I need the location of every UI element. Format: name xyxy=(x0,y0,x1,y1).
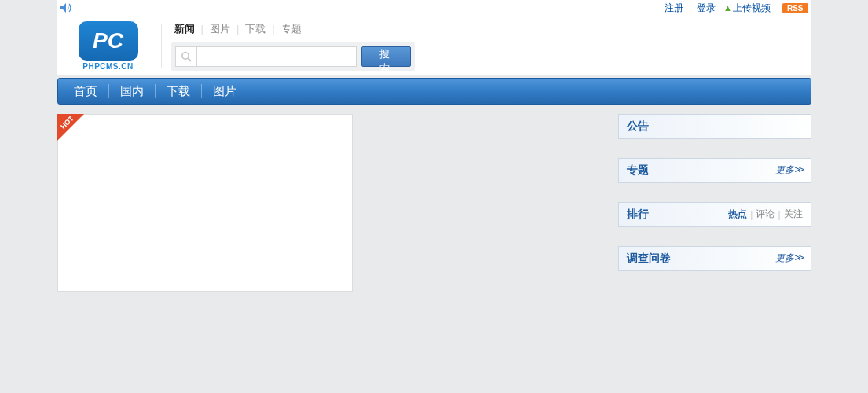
main-nav: 首页 国内 下载 图片 xyxy=(57,78,811,105)
more-link-survey[interactable]: 更多>> xyxy=(775,252,802,265)
rank-tabs: 热点 | 评论 | 关注 xyxy=(728,208,802,221)
subnav: 新闻 | 图片 | 下载 | 专题 xyxy=(171,22,804,36)
rank-tab-follow[interactable]: 关注 xyxy=(784,208,803,221)
separator: | xyxy=(778,209,780,220)
logo-text: PHPCMS.CN xyxy=(82,62,134,71)
svg-point-0 xyxy=(182,52,189,58)
rank-tab-hot[interactable]: 热点 xyxy=(728,208,747,221)
panel-title-special: 专题 xyxy=(627,163,649,178)
rank-tab-comment[interactable]: 评论 xyxy=(756,208,775,221)
chevron-right-icon: >> xyxy=(794,164,802,175)
search-button[interactable]: 搜 索 xyxy=(361,46,410,67)
nav-item-domestic[interactable]: 国内 xyxy=(109,84,155,98)
separator: | xyxy=(272,23,274,35)
divider xyxy=(161,24,162,68)
nav-item-image[interactable]: 图片 xyxy=(202,84,247,98)
left-column: HOT xyxy=(57,114,607,292)
hot-panel: HOT xyxy=(57,114,353,292)
upload-label: 上传视频 xyxy=(733,2,771,13)
subnav-item-image[interactable]: 图片 xyxy=(207,22,233,36)
login-link[interactable]: 登录 xyxy=(694,2,718,15)
panel-notice: 公告 xyxy=(618,114,811,139)
sound-icon[interactable] xyxy=(60,2,71,15)
content-area: HOT 公告 专题 更多>> xyxy=(57,114,811,292)
search-icon xyxy=(175,46,198,67)
panel-title-rank: 排行 xyxy=(627,208,649,222)
nav-item-home[interactable]: 首页 xyxy=(63,84,108,98)
header: PC PHPCMS.CN 新闻 | 图片 | 下载 | 专题 xyxy=(57,17,811,75)
panel-rank: 排行 热点 | 评论 | 关注 xyxy=(618,202,811,227)
upload-link[interactable]: ▲上传视频 xyxy=(721,2,773,15)
logo[interactable]: PC PHPCMS.CN xyxy=(65,21,152,71)
separator: | xyxy=(750,209,753,220)
panel-survey: 调查问卷 更多>> xyxy=(618,246,811,271)
more-link-special[interactable]: 更多>> xyxy=(775,163,802,177)
search-input[interactable] xyxy=(197,46,357,67)
subnav-item-download[interactable]: 下载 xyxy=(242,22,269,36)
svg-line-1 xyxy=(188,58,191,61)
panel-title-survey: 调查问卷 xyxy=(627,252,671,266)
panel-title-notice: 公告 xyxy=(627,119,649,134)
subnav-item-news[interactable]: 新闻 xyxy=(171,22,198,36)
separator: | xyxy=(201,23,203,35)
upload-icon: ▲ xyxy=(723,3,732,13)
separator: | xyxy=(236,23,239,35)
search-bar: 搜 索 xyxy=(171,42,415,71)
chevron-right-icon: >> xyxy=(794,252,802,263)
separator: | xyxy=(689,3,691,14)
rss-badge[interactable]: RSS xyxy=(782,3,808,13)
logo-mark: PC xyxy=(79,21,138,61)
sidebar: 公告 专题 更多>> 排行 热点 | xyxy=(618,114,811,271)
topbar: 注册 | 登录 ▲上传视频 RSS xyxy=(57,0,811,17)
more-label: 更多 xyxy=(775,252,794,263)
nav-item-download[interactable]: 下载 xyxy=(156,84,201,98)
register-link[interactable]: 注册 xyxy=(662,2,686,15)
more-label: 更多 xyxy=(775,164,794,175)
panel-special: 专题 更多>> xyxy=(618,158,811,183)
subnav-item-special[interactable]: 专题 xyxy=(278,22,305,36)
